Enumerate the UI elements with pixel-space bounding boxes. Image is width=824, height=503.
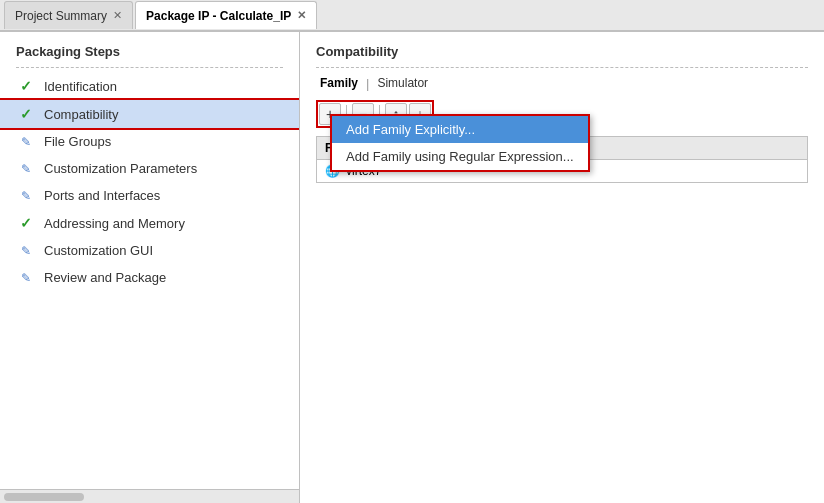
step-customization-parameters[interactable]: ✎ Customization Parameters bbox=[0, 155, 299, 182]
review-package-icon: ✎ bbox=[16, 271, 36, 285]
tab-package-ip-label: Package IP - Calculate_IP bbox=[146, 9, 291, 23]
tab-project-summary[interactable]: Project Summary ✕ bbox=[4, 1, 133, 29]
add-family-regex-item[interactable]: Add Family using Regular Expression... bbox=[332, 143, 588, 170]
identification-icon: ✓ bbox=[16, 78, 36, 94]
compatibility-header: Compatibility bbox=[300, 32, 824, 67]
step-identification[interactable]: ✓ Identification bbox=[0, 72, 299, 100]
ports-interfaces-icon: ✎ bbox=[16, 189, 36, 203]
customization-parameters-icon: ✎ bbox=[16, 162, 36, 176]
tab-package-ip[interactable]: Package IP - Calculate_IP ✕ bbox=[135, 1, 317, 29]
sub-tabs: Family | Simulator bbox=[300, 68, 824, 96]
step-compatibility[interactable]: ✓ Compatibility bbox=[0, 100, 299, 128]
customization-gui-icon: ✎ bbox=[16, 244, 36, 258]
sub-tab-separator: | bbox=[366, 76, 369, 91]
dropdown-menu: Add Family Explicitly... Add Family usin… bbox=[330, 114, 590, 172]
main-content: Packaging Steps ✓ Identification ✓ Compa… bbox=[0, 32, 824, 503]
review-package-label: Review and Package bbox=[44, 270, 166, 285]
step-file-groups[interactable]: ✎ File Groups bbox=[0, 128, 299, 155]
identification-label: Identification bbox=[44, 79, 117, 94]
tab-bar: Project Summary ✕ Package IP - Calculate… bbox=[0, 0, 824, 32]
addressing-memory-label: Addressing and Memory bbox=[44, 216, 185, 231]
file-groups-label: File Groups bbox=[44, 134, 111, 149]
addressing-memory-icon: ✓ bbox=[16, 215, 36, 231]
compatibility-icon: ✓ bbox=[16, 106, 36, 122]
right-panel: Compatibility Family | Simulator + − ↑ ↓… bbox=[300, 32, 824, 503]
tab-project-summary-close[interactable]: ✕ bbox=[113, 9, 122, 22]
left-panel: Packaging Steps ✓ Identification ✓ Compa… bbox=[0, 32, 300, 503]
file-groups-icon: ✎ bbox=[16, 135, 36, 149]
tab-project-summary-label: Project Summary bbox=[15, 9, 107, 23]
step-review-package[interactable]: ✎ Review and Package bbox=[0, 264, 299, 291]
sub-tab-simulator[interactable]: Simulator bbox=[373, 74, 432, 92]
ports-interfaces-label: Ports and Interfaces bbox=[44, 188, 160, 203]
add-family-explicitly-label: Add Family Explicitly... bbox=[346, 122, 475, 137]
step-customization-gui[interactable]: ✎ Customization GUI bbox=[0, 237, 299, 264]
customization-gui-label: Customization GUI bbox=[44, 243, 153, 258]
add-family-explicitly-item[interactable]: Add Family Explicitly... bbox=[332, 116, 588, 143]
step-ports-interfaces[interactable]: ✎ Ports and Interfaces bbox=[0, 182, 299, 209]
scroll-thumb[interactable] bbox=[4, 493, 84, 501]
left-scrollbar-h[interactable] bbox=[0, 489, 299, 503]
packaging-steps-header: Packaging Steps bbox=[0, 32, 299, 67]
compatibility-label: Compatibility bbox=[44, 107, 118, 122]
tab-package-ip-close[interactable]: ✕ bbox=[297, 9, 306, 22]
step-addressing-memory[interactable]: ✓ Addressing and Memory bbox=[0, 209, 299, 237]
steps-list: ✓ Identification ✓ Compatibility ✎ File … bbox=[0, 68, 299, 489]
sub-tab-family[interactable]: Family bbox=[316, 74, 362, 92]
customization-parameters-label: Customization Parameters bbox=[44, 161, 197, 176]
add-family-regex-label: Add Family using Regular Expression... bbox=[346, 149, 574, 164]
